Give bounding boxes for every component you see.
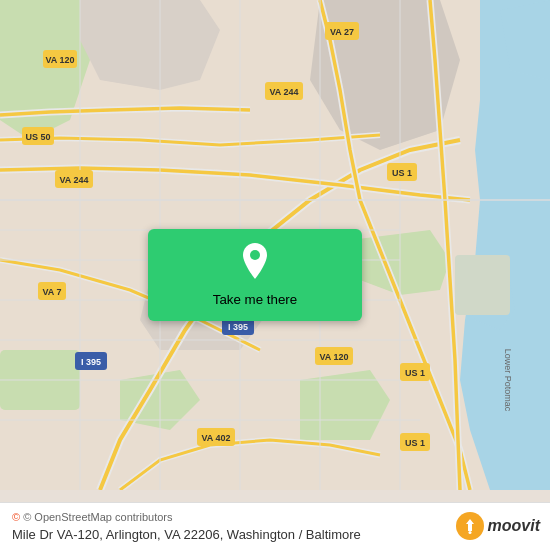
button-label: Take me there [213,292,297,307]
svg-text:I 395: I 395 [228,322,248,332]
svg-text:US 1: US 1 [405,438,425,448]
copyright-label: © OpenStreetMap contributors [23,511,172,523]
svg-text:VA 120: VA 120 [45,55,74,65]
svg-text:US 50: US 50 [25,132,50,142]
svg-text:VA 244: VA 244 [269,87,298,97]
location-pin-icon [239,243,271,284]
svg-point-42 [250,250,260,260]
svg-text:VA 7: VA 7 [42,287,61,297]
svg-text:VA 402: VA 402 [201,433,230,443]
svg-text:US 1: US 1 [405,368,425,378]
svg-rect-41 [455,255,510,315]
moovit-logo-text: moovit [488,517,540,535]
copyright-symbol: © [12,511,20,523]
svg-text:VA 120: VA 120 [319,352,348,362]
svg-text:Lower Potomac: Lower Potomac [503,349,513,412]
svg-text:US 1: US 1 [392,168,412,178]
svg-text:VA 244: VA 244 [59,175,88,185]
moovit-logo-icon [456,512,484,540]
svg-text:VA 27: VA 27 [330,27,354,37]
svg-point-43 [468,531,471,534]
map-container: VA 120 VA 27 VA 244 VA 244 US 50 VA 7 I … [0,0,550,550]
take-me-there-button[interactable]: Take me there [148,229,362,321]
svg-text:I 395: I 395 [81,357,101,367]
moovit-logo: moovit [456,512,540,540]
